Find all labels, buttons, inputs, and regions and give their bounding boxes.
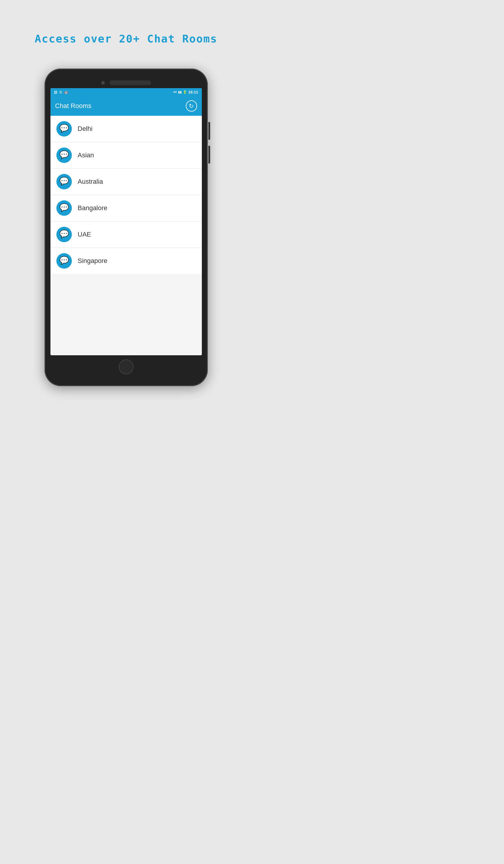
android-icon: 🤖: [64, 90, 68, 94]
chat-room-item-singapore[interactable]: 💬 Singapore: [50, 248, 202, 274]
app-header-title: Chat Rooms: [55, 102, 92, 110]
phone-top-bezel: [50, 81, 202, 85]
svg-text:💬: 💬: [59, 123, 69, 133]
phone-screen: 🖼 ⦿ 🤖 ▾▾ ▮▮ 🔋 16:11 Chat Rooms ↻: [50, 88, 202, 355]
chat-room-list: 💬 Delhi 💬 Asian 💬: [50, 116, 202, 274]
chat-room-item-asian[interactable]: 💬 Asian: [50, 142, 202, 169]
chat-room-item-uae[interactable]: 💬 UAE: [50, 221, 202, 248]
status-bar: 🖼 ⦿ 🤖 ▾▾ ▮▮ 🔋 16:11: [50, 88, 202, 96]
chat-icon-uae: 💬: [56, 227, 72, 242]
chat-room-name-australia: Australia: [78, 178, 103, 185]
chat-room-item-australia[interactable]: 💬 Australia: [50, 169, 202, 195]
chat-icon-delhi: 💬: [56, 121, 72, 136]
svg-text:💬: 💬: [59, 176, 69, 186]
chat-icon-asian: 💬: [56, 147, 72, 163]
svg-text:💬: 💬: [59, 203, 69, 212]
dot-icon: ⦿: [59, 91, 62, 94]
phone-speaker: [109, 81, 151, 85]
svg-text:💬: 💬: [59, 150, 69, 159]
svg-text:💬: 💬: [59, 229, 69, 239]
chat-room-name-delhi: Delhi: [78, 125, 93, 133]
status-bar-left: 🖼 ⦿ 🤖: [54, 90, 68, 94]
phone-camera: [101, 81, 105, 85]
page-title: Access over 20+ Chat Rooms: [35, 33, 218, 45]
chat-icon-bangalore: 💬: [56, 200, 72, 216]
refresh-button[interactable]: ↻: [186, 100, 197, 111]
wifi-icon: ▾▾: [173, 90, 177, 94]
chat-icon-australia: 💬: [56, 174, 72, 189]
svg-text:💬: 💬: [59, 255, 69, 265]
side-button-2: [208, 146, 210, 164]
chat-room-name-asian: Asian: [78, 151, 94, 159]
chat-room-name-bangalore: Bangalore: [78, 204, 107, 212]
chat-icon-singapore: 💬: [56, 253, 72, 268]
battery-icon: 🔋: [183, 90, 187, 94]
chat-room-item-delhi[interactable]: 💬 Delhi: [50, 116, 202, 142]
side-button-1: [208, 122, 210, 140]
phone-home-button[interactable]: [119, 359, 134, 374]
status-time: 16:11: [188, 90, 198, 94]
phone-bottom-bezel: [50, 359, 202, 374]
chat-room-item-bangalore[interactable]: 💬 Bangalore: [50, 195, 202, 221]
signal-icon: ▮▮: [178, 90, 182, 94]
chat-room-name-singapore: Singapore: [78, 257, 107, 265]
app-header: Chat Rooms ↻: [50, 96, 202, 116]
image-icon: 🖼: [54, 91, 57, 94]
chat-room-name-uae: UAE: [78, 231, 91, 238]
status-bar-right: ▾▾ ▮▮ 🔋 16:11: [173, 90, 198, 94]
phone-mockup: 🖼 ⦿ 🤖 ▾▾ ▮▮ 🔋 16:11 Chat Rooms ↻: [45, 69, 208, 386]
